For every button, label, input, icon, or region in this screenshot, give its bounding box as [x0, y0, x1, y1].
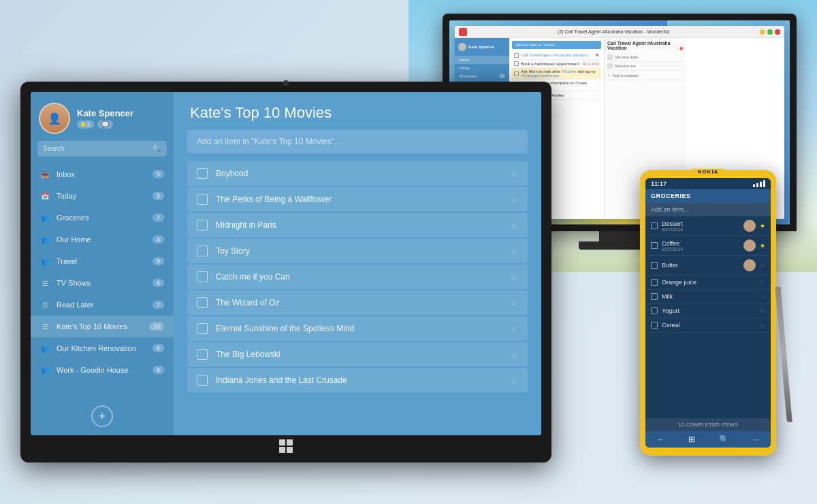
- task-star-9[interactable]: ☆: [510, 375, 518, 386]
- tablet-task-cb-7[interactable]: [197, 323, 208, 334]
- phone-task-5[interactable]: Milk ☆: [645, 290, 771, 304]
- tablet-nav-our-home[interactable]: 👥 Our Home 4: [31, 229, 174, 250]
- tablet-task-6[interactable]: The Wizard of Oz ☆: [187, 290, 528, 315]
- phone-add-input[interactable]: Add an item...: [645, 203, 771, 216]
- back-button[interactable]: ←: [657, 435, 665, 444]
- tablet-nav-kitchen[interactable]: 👥 Our Kitchen Renovation 6: [31, 337, 174, 359]
- windows-button[interactable]: ⊞: [688, 435, 695, 444]
- phone-cb-4[interactable]: [651, 279, 658, 286]
- detail-subtask[interactable]: + Add a subtask: [607, 71, 684, 80]
- sidebar-item-groceries[interactable]: Groceries 7: [455, 72, 509, 80]
- tablet-nav-today[interactable]: 📅 Today 5: [31, 185, 174, 207]
- tablet-add-item-input[interactable]: Add an item in "Kate's Top 10 Movies"...: [187, 130, 528, 153]
- tablet-task-3[interactable]: Midnight in Paris ☆: [187, 213, 528, 237]
- app-icon: [459, 28, 467, 36]
- phone-task-4[interactable]: Orange juice ☆: [645, 275, 771, 290]
- phone-cb-2[interactable]: [651, 242, 658, 249]
- phone-task-3[interactable]: Butter ☆: [645, 256, 771, 275]
- task-star-7[interactable]: ☆: [510, 324, 518, 334]
- task-checkbox-1[interactable]: [514, 53, 519, 58]
- minimize-btn[interactable]: [760, 29, 765, 35]
- tablet-nav-inbox[interactable]: 📥 Inbox 5: [31, 163, 174, 185]
- phone-cb-5[interactable]: [651, 293, 658, 300]
- tablet-user-info: Kate Spencer 3 💬: [77, 108, 165, 129]
- tablet-nav-movies[interactable]: ☰ Kate's Top 10 Movies 10: [31, 316, 174, 337]
- travel-icon: 👥: [40, 256, 50, 266]
- task-star-5[interactable]: ☆: [510, 272, 518, 282]
- close-btn[interactable]: [775, 29, 780, 35]
- task-star-6[interactable]: ☆: [510, 298, 518, 308]
- tablet-nav-readlater[interactable]: ☰ Read Later 7: [31, 294, 174, 316]
- tablet-task-9[interactable]: Indiana Jones and the Last Crusade ☆: [187, 368, 528, 392]
- wl-titlebar: (2) Call Travel Agent #Australia Vacatio…: [455, 26, 784, 38]
- nokia-brand-label: NOKIA: [692, 169, 724, 175]
- tablet-badges: 3 💬: [77, 120, 165, 129]
- wl-task-1[interactable]: Call Travel Agent #Australia Vacation ★: [512, 51, 601, 60]
- phone-task-6[interactable]: Yogurt ☆: [645, 304, 771, 318]
- tablet-nav-work[interactable]: 👥 Work - Goodin House 9: [31, 359, 174, 381]
- task-star-4[interactable]: ☆: [510, 246, 518, 256]
- detail-remind[interactable]: Remind me: [607, 62, 684, 71]
- task-checkbox-3[interactable]: [514, 71, 519, 76]
- phone-star-7[interactable]: ☆: [760, 322, 765, 329]
- tablet-task-2[interactable]: The Perks of Being a Wallflower ☆: [187, 187, 528, 212]
- tablet-task-cb-4[interactable]: [197, 246, 208, 256]
- task-star-8[interactable]: ☆: [510, 350, 518, 360]
- tablet-task-8[interactable]: The Big Lebowski ☆: [187, 342, 528, 367]
- phone-cb-7[interactable]: [651, 322, 658, 329]
- tablet-task-cb-6[interactable]: [197, 297, 208, 308]
- phone-cb-6[interactable]: [651, 307, 658, 314]
- phone-task-2[interactable]: Coffee 8/27/2014 ★: [645, 236, 771, 256]
- wl-task-3[interactable]: Ask Mom to look after #Sophie during my …: [512, 68, 601, 80]
- phone-star-2[interactable]: ★: [760, 242, 765, 249]
- tablet-nav-groceries[interactable]: 👥 Groceries 7: [31, 207, 174, 229]
- maximize-btn[interactable]: [767, 29, 773, 35]
- tablet-nav-tvshows[interactable]: ☰ TV Shows 6: [31, 272, 174, 294]
- wl-add-item-input[interactable]: Add an item in "Inbox"...: [512, 41, 601, 49]
- tablet-home-button[interactable]: [274, 438, 298, 454]
- wl-task-2[interactable]: Book a hairdresser appointment 30.11.201…: [512, 60, 601, 68]
- phone-avatar-2: [743, 239, 756, 252]
- task-star-3[interactable]: ☆: [510, 220, 518, 231]
- tablet-task-cb-5[interactable]: [197, 271, 208, 282]
- sidebar-item-today[interactable]: Today: [455, 64, 509, 72]
- tablet-username: Kate Spencer: [77, 108, 165, 118]
- phone-star-4[interactable]: ☆: [760, 279, 765, 286]
- search-button[interactable]: 🔍: [719, 435, 729, 444]
- add-list-button[interactable]: +: [91, 405, 113, 427]
- tablet-task-cb-8[interactable]: [197, 349, 208, 360]
- phone-star-5[interactable]: ☆: [760, 293, 765, 300]
- tablet-task-cb-1[interactable]: [197, 168, 208, 179]
- phone-screen: 11:17 GROCERIES Add an item... Dessert 8…: [645, 178, 771, 448]
- phone-star-3[interactable]: ☆: [760, 262, 765, 269]
- detail-star[interactable]: ★: [679, 46, 684, 52]
- task-star-1[interactable]: ☆: [510, 169, 518, 179]
- tablet-task-cb-9[interactable]: [197, 375, 208, 386]
- sidebar-item-inbox[interactable]: Inbox: [455, 56, 509, 64]
- phone-time: 11:17: [651, 180, 667, 187]
- task-checkbox-2[interactable]: [514, 61, 519, 66]
- tablet-task-5[interactable]: Catch me if you Can ☆: [187, 265, 528, 289]
- tablet-search[interactable]: Search 🔍: [37, 141, 167, 156]
- home-icon: 👥: [40, 235, 50, 244]
- task-star-2[interactable]: ☆: [510, 195, 518, 205]
- tablet-task-cb-2[interactable]: [197, 194, 208, 205]
- phone-completed-label[interactable]: 10 COMPLETED ITEMS: [645, 418, 771, 431]
- phone-cb-1[interactable]: [651, 222, 658, 229]
- phone-task-7[interactable]: Cereal ☆: [645, 318, 771, 333]
- tablet-task-cb-3[interactable]: [197, 220, 208, 231]
- detail-due-date[interactable]: Set due date: [607, 53, 684, 62]
- tablet-task-4[interactable]: Toy Story ☆: [187, 239, 528, 263]
- tablet-task-1[interactable]: Boyhood ☆: [187, 161, 528, 186]
- tablet-body: 👤 Kate Spencer 3 💬 Sea: [20, 82, 551, 463]
- phone-star-1[interactable]: ★: [760, 222, 765, 229]
- phone-task-1[interactable]: Dessert 8/27/2014 ★: [645, 216, 771, 236]
- tablet-avatar-inner: 👤: [40, 104, 69, 133]
- phone-task-info-1: Dessert 8/27/2014: [662, 220, 739, 232]
- tablet-task-7[interactable]: Eternal Sunshine of the Spotless Mind ☆: [187, 316, 528, 341]
- phone-star-6[interactable]: ☆: [760, 307, 765, 314]
- tablet-nav-travel[interactable]: 👥 Travel 8: [31, 250, 174, 272]
- today-icon: 📅: [40, 191, 50, 201]
- phone-cb-3[interactable]: [651, 262, 658, 269]
- more-button[interactable]: ···: [752, 435, 759, 444]
